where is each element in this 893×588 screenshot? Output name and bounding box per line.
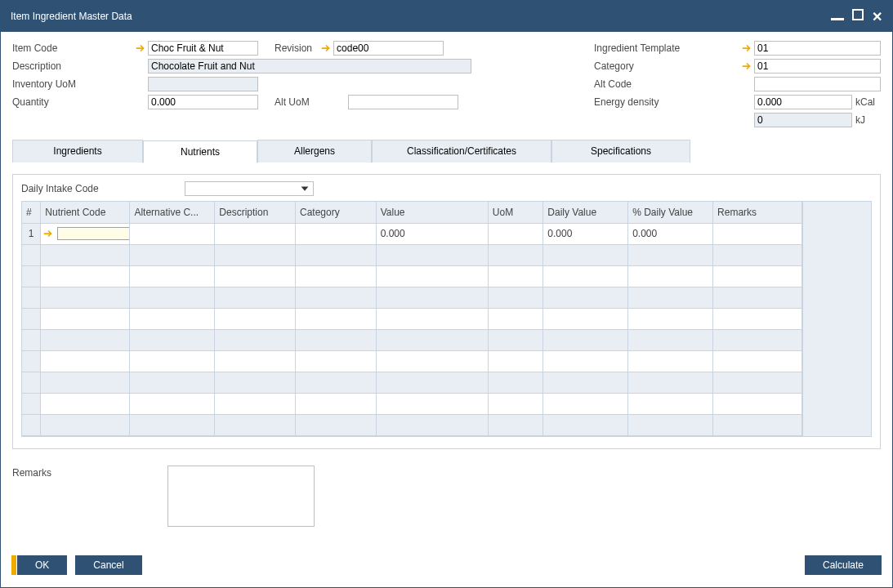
nutrient-code-input[interactable] [57, 227, 130, 240]
table-row[interactable] [22, 414, 802, 435]
table-cell[interactable] [41, 393, 130, 414]
table-cell[interactable] [215, 265, 296, 287]
table-cell[interactable] [488, 329, 543, 350]
energy-kj-field[interactable] [754, 113, 852, 127]
table-row[interactable] [22, 350, 802, 372]
cancel-button[interactable]: Cancel [75, 555, 141, 575]
table-cell[interactable] [295, 265, 376, 287]
link-arrow-icon[interactable] [42, 228, 54, 239]
table-cell[interactable] [295, 308, 376, 329]
table-cell[interactable] [376, 265, 488, 287]
table-cell[interactable] [488, 287, 543, 308]
table-cell[interactable] [295, 372, 376, 393]
col-daily-value-header[interactable]: Daily Value [543, 202, 628, 223]
table-cell[interactable] [628, 350, 713, 372]
table-cell[interactable] [376, 372, 488, 393]
col-category-header[interactable]: Category [295, 202, 376, 223]
table-row[interactable] [22, 372, 802, 393]
table-cell[interactable] [130, 414, 215, 435]
table-cell[interactable] [713, 287, 802, 308]
table-cell[interactable]: 0.000 [376, 223, 488, 244]
table-cell[interactable] [713, 265, 802, 287]
table-cell[interactable] [215, 372, 296, 393]
table-cell[interactable] [713, 223, 802, 244]
table-cell[interactable] [215, 287, 296, 308]
table-cell[interactable] [295, 350, 376, 372]
table-cell[interactable] [543, 329, 628, 350]
table-cell[interactable] [215, 350, 296, 372]
table-cell[interactable] [215, 308, 296, 329]
table-cell[interactable] [376, 393, 488, 414]
table-cell[interactable] [713, 372, 802, 393]
description-field[interactable] [148, 59, 471, 74]
energy-kcal-field[interactable] [754, 95, 852, 109]
table-cell[interactable] [713, 350, 802, 372]
table-cell[interactable] [215, 329, 296, 350]
category-field[interactable] [754, 59, 881, 74]
table-cell[interactable] [628, 372, 713, 393]
table-cell[interactable] [543, 350, 628, 372]
inventory-uom-field[interactable] [148, 77, 258, 91]
table-cell[interactable] [488, 372, 543, 393]
table-cell[interactable] [488, 223, 543, 244]
table-cell[interactable] [41, 308, 130, 329]
table-cell[interactable] [376, 329, 488, 350]
table-cell[interactable] [41, 244, 130, 265]
table-cell[interactable] [130, 308, 215, 329]
tab-allergens[interactable]: Allergens [257, 140, 372, 163]
table-cell[interactable] [215, 414, 296, 435]
table-cell[interactable] [22, 308, 41, 329]
table-cell[interactable] [295, 287, 376, 308]
daily-intake-combo[interactable] [185, 181, 314, 196]
col-alternative-code-header[interactable]: Alternative C... [130, 202, 215, 223]
table-cell[interactable] [628, 244, 713, 265]
table-cell[interactable] [488, 308, 543, 329]
table-cell[interactable] [41, 265, 130, 287]
ingredient-template-field[interactable] [754, 41, 881, 56]
table-row[interactable] [22, 244, 802, 265]
table-cell[interactable]: ≡ [41, 223, 130, 244]
table-cell[interactable] [41, 350, 130, 372]
table-row[interactable]: 1≡0.0000.0000.000 [22, 223, 802, 244]
link-arrow-icon[interactable] [741, 60, 752, 72]
table-cell[interactable] [543, 372, 628, 393]
link-arrow-icon[interactable] [741, 42, 752, 54]
table-cell[interactable] [215, 223, 296, 244]
table-cell[interactable] [543, 287, 628, 308]
table-cell[interactable] [130, 244, 215, 265]
revision-field[interactable] [333, 41, 444, 56]
table-cell[interactable] [376, 244, 488, 265]
table-cell[interactable] [130, 287, 215, 308]
table-cell[interactable] [376, 414, 488, 435]
table-cell[interactable] [215, 393, 296, 414]
table-cell[interactable] [713, 329, 802, 350]
table-cell[interactable] [295, 244, 376, 265]
table-cell[interactable] [130, 329, 215, 350]
table-cell[interactable] [295, 414, 376, 435]
table-cell[interactable] [628, 393, 713, 414]
item-code-field[interactable] [148, 41, 258, 56]
table-row[interactable] [22, 329, 802, 350]
table-cell[interactable] [215, 244, 296, 265]
table-cell[interactable]: 1 [22, 223, 41, 244]
table-cell[interactable] [488, 265, 543, 287]
table-cell[interactable] [41, 287, 130, 308]
maximize-icon[interactable] [852, 9, 864, 24]
table-cell[interactable] [22, 244, 41, 265]
table-cell[interactable] [22, 414, 41, 435]
table-cell[interactable] [543, 393, 628, 414]
table-cell[interactable] [543, 244, 628, 265]
tab-ingredients[interactable]: Ingredients [12, 140, 143, 163]
table-cell[interactable] [713, 308, 802, 329]
table-cell[interactable] [130, 372, 215, 393]
ok-button[interactable]: OK [17, 555, 67, 575]
table-cell[interactable] [376, 350, 488, 372]
table-row[interactable] [22, 393, 802, 414]
col-value-header[interactable]: Value [376, 202, 488, 223]
table-cell[interactable] [295, 223, 376, 244]
col-nutrient-code-header[interactable]: Nutrient Code [41, 202, 130, 223]
table-cell[interactable] [713, 244, 802, 265]
table-cell[interactable] [543, 414, 628, 435]
table-cell[interactable] [22, 372, 41, 393]
table-cell[interactable] [22, 350, 41, 372]
